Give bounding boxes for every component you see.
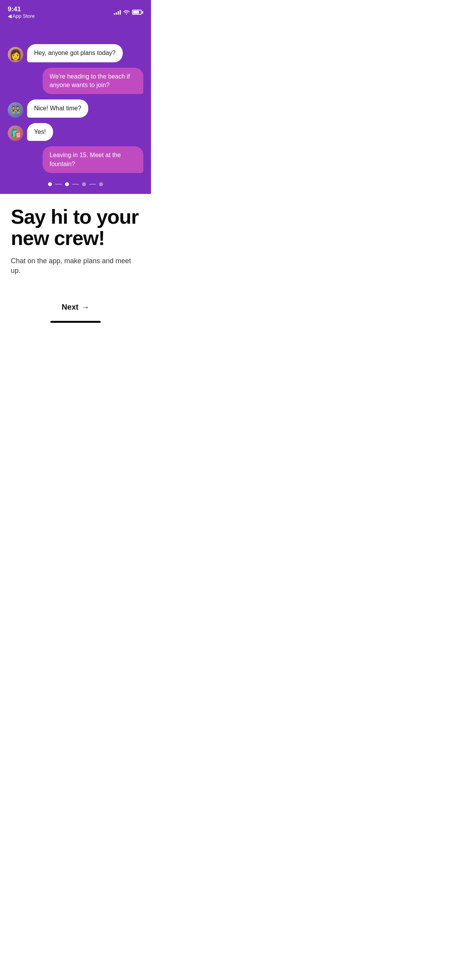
message-row: Nice! What time? [8, 99, 143, 117]
home-indicator [0, 318, 151, 327]
status-left: 9:41 ◀ App Store [8, 5, 35, 19]
chat-bubble-outgoing: Leaving in 15. Meet at the fountain? [43, 146, 143, 173]
pagination-dots [0, 182, 151, 186]
headline: Say hi to your new crew! [11, 206, 140, 248]
battery-icon [132, 10, 143, 15]
home-bar [50, 321, 101, 323]
subtext: Chat on the app, make plans and meet up. [11, 256, 140, 276]
chat-area: Hey, anyone got plans today? We're headi… [0, 44, 151, 173]
chat-bubble-incoming: Nice! What time? [27, 99, 88, 117]
chat-bubble-incoming: Yes! [27, 123, 53, 141]
message-row: Leaving in 15. Meet at the fountain? [8, 146, 143, 173]
white-section: Say hi to your new crew! Chat on the app… [0, 194, 151, 318]
status-time: 9:41 [8, 5, 21, 13]
message-row: Yes! [8, 123, 143, 141]
pagination-dot-4[interactable] [99, 182, 103, 186]
pagination-dot-1[interactable] [48, 182, 52, 186]
pagination-dot-3[interactable] [82, 182, 86, 186]
wifi-icon [123, 10, 130, 15]
next-button[interactable]: Next → [11, 296, 140, 318]
next-label: Next [62, 303, 78, 312]
avatar [8, 102, 23, 118]
signal-icon [114, 10, 121, 15]
status-bar: 9:41 ◀ App Store [0, 0, 151, 22]
screen: 9:41 ◀ App Store [0, 0, 151, 327]
chat-bubble-incoming: Hey, anyone got plans today? [27, 44, 123, 62]
message-row: Hey, anyone got plans today? [8, 44, 143, 62]
purple-section: Hey, anyone got plans today? We're headi… [0, 22, 151, 194]
pagination-dot-2[interactable] [65, 182, 69, 186]
status-right [114, 10, 143, 15]
message-row: We're heading to the beach if anyone wan… [8, 68, 143, 94]
chat-bubble-outgoing: We're heading to the beach if anyone wan… [43, 68, 143, 94]
pagination-dash-3 [89, 184, 96, 185]
avatar [8, 47, 23, 62]
pagination-dash-1 [55, 184, 62, 185]
avatar [8, 125, 23, 141]
pagination-dash-2 [72, 184, 79, 185]
next-arrow-icon: → [82, 303, 89, 312]
app-store-back[interactable]: ◀ App Store [8, 13, 35, 19]
